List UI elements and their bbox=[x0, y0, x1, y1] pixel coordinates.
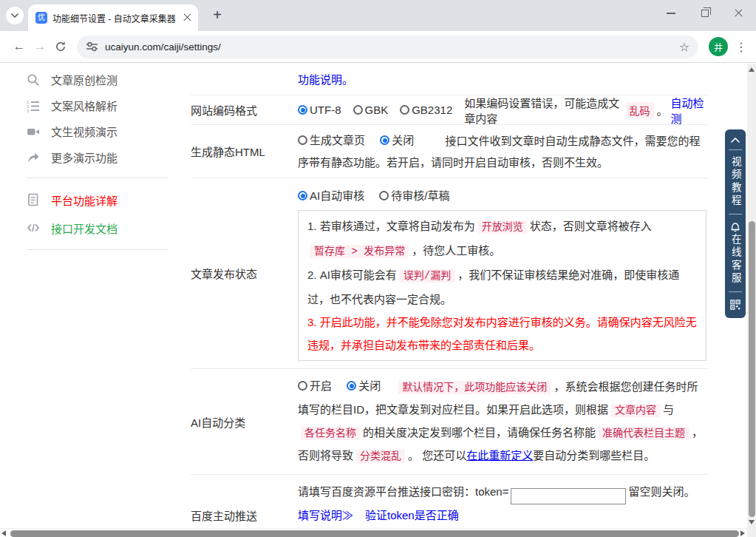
profile-avatar[interactable]: 井 bbox=[709, 37, 728, 56]
radio-icon bbox=[353, 105, 363, 115]
radio-icon bbox=[298, 381, 307, 391]
review-notes-box: 1. 若审核通过，文章将自动发布为开放浏览状态，否则文章将被存入暂存库 > 发布… bbox=[298, 210, 706, 361]
browser-tab[interactable]: 优 功能细节设置 - 自动文章采集器 bbox=[28, 4, 198, 31]
reload-icon bbox=[55, 41, 67, 53]
radio-option-off[interactable]: 关闭 bbox=[347, 375, 381, 396]
reload-button[interactable] bbox=[50, 36, 71, 57]
headset-bell-icon bbox=[730, 222, 740, 232]
scroll-left-arrow[interactable] bbox=[1, 530, 6, 536]
code-icon bbox=[27, 221, 40, 234]
scroll-right-arrow[interactable] bbox=[740, 530, 745, 536]
row-publish-state: 文章发布状态 AI自动审核 待审核/草稿 1. 若审核通过，文章将自动发布为开放… bbox=[191, 178, 708, 369]
vertical-scroll-thumb[interactable] bbox=[749, 221, 755, 517]
feature-description-link[interactable]: 功能说明。 bbox=[298, 69, 353, 90]
close-button[interactable] bbox=[722, 0, 756, 27]
tab-close-icon[interactable] bbox=[183, 13, 192, 22]
row-label: AI自动分类 bbox=[191, 369, 298, 474]
sidebar-item-label: 平台功能详解 bbox=[51, 192, 118, 208]
garbled-highlight: 乱码 bbox=[626, 102, 654, 118]
page-content: 文章原创检测 123 文案风格解析 文生视频演示 更多演示功能 平台功能详解 bbox=[0, 64, 747, 528]
sidebar-item-label: 文案风格解析 bbox=[51, 98, 118, 113]
horizontal-scrollbar[interactable] bbox=[0, 528, 747, 537]
back-button[interactable]: ← bbox=[9, 36, 30, 57]
chevron-down-icon bbox=[10, 13, 19, 18]
sidebar-divider bbox=[27, 249, 168, 250]
restore-button[interactable] bbox=[688, 0, 722, 27]
scroll-down-arrow[interactable] bbox=[749, 520, 755, 524]
radio-icon bbox=[298, 191, 307, 200]
sidebar-item-api-docs[interactable]: 接口开发文档 bbox=[27, 214, 174, 242]
window-controls bbox=[654, 0, 756, 27]
sidebar-item-more-demos[interactable]: 更多演示功能 bbox=[27, 144, 174, 170]
radio-option-utf8[interactable]: UTF-8 bbox=[298, 104, 341, 116]
site-favicon: 优 bbox=[35, 12, 47, 24]
radio-icon bbox=[298, 135, 307, 145]
sidebar-item-text-to-video[interactable]: 文生视频演示 bbox=[27, 118, 174, 144]
sidebar-item-style-analysis[interactable]: 123 文案风格解析 bbox=[27, 92, 174, 118]
radio-icon bbox=[347, 381, 356, 391]
radio-icon bbox=[400, 105, 409, 115]
radio-option-gbk[interactable]: GBK bbox=[353, 104, 389, 116]
sidebar-item-label: 文生视频演示 bbox=[51, 124, 118, 139]
row-static-html: 生成静态HTML 生成文章页 关闭 接口文件收到文章时自动生成静态文件，需要您的… bbox=[191, 125, 708, 178]
fill-instructions-link[interactable]: 填写说明≫ bbox=[298, 509, 353, 521]
encoding-desc: 如果编码设置错误，可能造成文章内容 bbox=[464, 95, 622, 126]
row-label bbox=[191, 64, 298, 95]
chevron-up-icon[interactable] bbox=[730, 137, 740, 143]
bookmark-star-icon[interactable]: ☆ bbox=[679, 40, 689, 54]
sidebar-item-label: 更多演示功能 bbox=[51, 149, 118, 165]
floating-helper-panel: 视频教程 在线客服 bbox=[725, 129, 746, 318]
numbered-list-icon: 123 bbox=[27, 99, 40, 112]
video-tutorial-button[interactable]: 视频教程 bbox=[730, 156, 740, 208]
horizontal-scroll-thumb[interactable] bbox=[10, 530, 739, 537]
verify-token-link[interactable]: 验证token是否正确 bbox=[365, 509, 459, 521]
row-label: 百度主动推送 bbox=[191, 475, 298, 528]
misjudge-highlight: 误判/漏判 bbox=[400, 269, 454, 283]
radio-option-on[interactable]: 开启 bbox=[298, 375, 332, 396]
qr-code-icon[interactable] bbox=[730, 300, 740, 310]
default-off-highlight: 默认情况下，此项功能应该关闭 bbox=[398, 381, 551, 394]
video-camera-icon bbox=[27, 125, 40, 138]
share-arrow-icon bbox=[27, 151, 40, 164]
forward-button: → bbox=[30, 36, 50, 57]
sidebar-item-originality-check[interactable]: 文章原创检测 bbox=[27, 67, 174, 92]
row-feature-description: 功能说明。 bbox=[191, 64, 708, 95]
sidebar-divider bbox=[27, 178, 168, 178]
address-bar[interactable]: ucaiyun.com/caiji/settings/ ☆ bbox=[77, 36, 698, 58]
close-icon bbox=[735, 9, 743, 18]
site-settings-icon[interactable] bbox=[86, 41, 98, 52]
browser-menu-button[interactable]: ⋮ bbox=[734, 40, 749, 54]
redefine-link[interactable]: 在此重新定义 bbox=[466, 449, 533, 462]
row-label: 文章发布状态 bbox=[191, 178, 298, 368]
radio-option-pending-draft[interactable]: 待审核/草稿 bbox=[379, 185, 449, 206]
online-service-button[interactable]: 在线客服 bbox=[730, 234, 740, 286]
browser-toolbar: ← → ucaiyun.com/caiji/settings/ ☆ 井 ⋮ bbox=[0, 31, 756, 63]
radio-icon bbox=[379, 191, 389, 200]
tab-search-button[interactable] bbox=[6, 7, 24, 24]
sidebar-item-label: 文章原创检测 bbox=[51, 72, 118, 87]
article-content-highlight: 文章内容 bbox=[611, 404, 660, 417]
restore-icon bbox=[701, 10, 709, 17]
radio-option-gb2312[interactable]: GB2312 bbox=[400, 104, 452, 116]
radio-icon bbox=[298, 105, 307, 115]
row-auto-classify: AI自动分类 开启 关闭 默认情况下，此项功能应该关闭，系统会根据您创建任务时所… bbox=[191, 369, 708, 475]
radio-option-ai-review[interactable]: AI自动审核 bbox=[298, 185, 364, 206]
disclaimer-text: 3. 开启此功能，并不能免除您对发布内容进行审核的义务。请确保内容无风险无违规，… bbox=[307, 316, 697, 351]
scroll-up-arrow[interactable] bbox=[749, 67, 755, 72]
scrollbar-corner bbox=[747, 528, 756, 537]
radio-option-generate-page[interactable]: 生成文章页 bbox=[298, 129, 365, 151]
vertical-scrollbar[interactable] bbox=[747, 64, 756, 528]
document-icon bbox=[27, 193, 40, 206]
radio-option-off[interactable]: 关闭 bbox=[380, 129, 414, 151]
token-input[interactable] bbox=[511, 488, 626, 504]
minimize-button[interactable] bbox=[654, 0, 688, 27]
auto-detect-link[interactable]: 自动检测 bbox=[671, 95, 708, 126]
represent-topic-highlight: 准确代表栏目主题 bbox=[599, 427, 689, 440]
sidebar-item-platform-features[interactable]: 平台功能详解 bbox=[27, 186, 174, 214]
empty-off-text: 留空则关闭。 bbox=[628, 485, 695, 498]
chaos-highlight: 分类混乱 bbox=[356, 450, 405, 463]
url-text[interactable]: ucaiyun.com/caiji/settings/ bbox=[105, 41, 679, 53]
browser-window: 优 功能细节设置 - 自动文章采集器 + ← → ucaiyun.com/cai… bbox=[0, 0, 756, 537]
minimize-icon bbox=[667, 13, 675, 14]
new-tab-button[interactable]: + bbox=[207, 5, 228, 26]
